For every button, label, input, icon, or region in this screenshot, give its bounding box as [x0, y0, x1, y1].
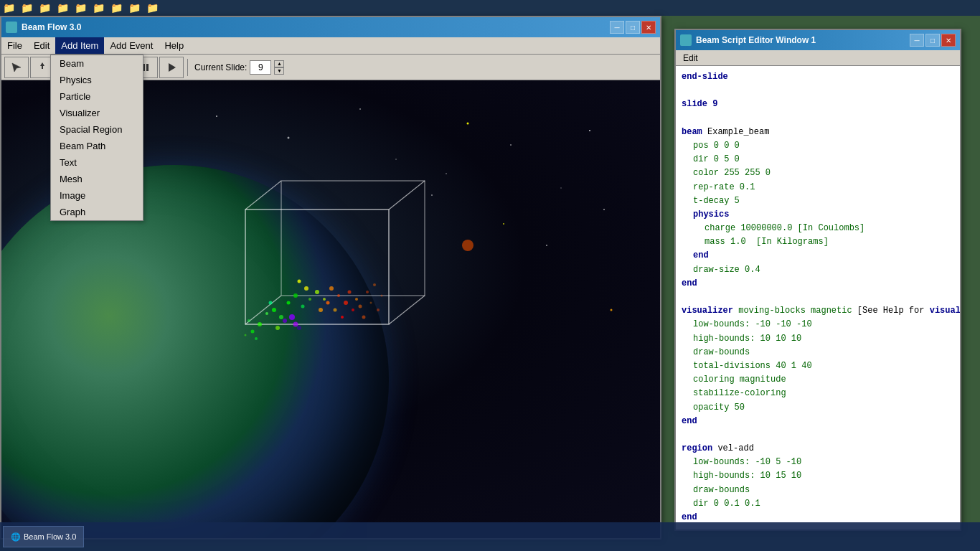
svg-point-65 — [359, 305, 362, 309]
svg-point-61 — [289, 314, 295, 320]
folder-icon-1[interactable]: 📁 — [3, 2, 15, 14]
folder-icon-7[interactable]: 📁 — [110, 2, 123, 14]
svg-point-70 — [370, 302, 372, 304]
code-line-6: pos 0 0 0 — [682, 139, 954, 153]
script-content-area[interactable]: end-slide slide 9 beam Example_beam pos … — [676, 66, 960, 529]
code-line-5: beam Example_beam — [682, 126, 954, 139]
code-line-26: end — [682, 415, 954, 428]
dropdown-item-beam-path[interactable]: Beam Path — [51, 138, 143, 154]
code-line-30: high-bounds: 10 15 10 — [682, 469, 954, 483]
folder-icon-3[interactable]: 📁 — [39, 2, 51, 14]
taskbar-label-beamflow: Beam Flow 3.0 — [24, 532, 76, 541]
folder-icon-4[interactable]: 📁 — [57, 2, 69, 14]
svg-point-43 — [301, 305, 305, 309]
dropdown-item-particle[interactable]: Particle — [51, 88, 143, 105]
main-window: Beam Flow 3.0 ─ □ ✕ File Edit Add Item A… — [0, 16, 661, 540]
svg-point-74 — [248, 319, 250, 322]
code-line-23: coloring magnitude — [682, 373, 954, 387]
close-button[interactable]: ✕ — [641, 21, 656, 34]
svg-point-38 — [272, 308, 276, 312]
svg-point-60 — [352, 309, 354, 311]
code-line-18: visualizer moving-blocks magnetic [See H… — [682, 304, 954, 318]
maximize-button[interactable]: □ — [626, 21, 640, 34]
svg-rect-15 — [146, 64, 149, 71]
code-line-25: opacity 50 — [682, 401, 954, 415]
code-line-19: low-bounds: -10 -10 -10 — [682, 318, 954, 331]
script-title-bar: Beam Script Editor Window 1 ─ □ ✕ — [676, 30, 960, 50]
dropdown-item-visualizer[interactable]: Visualizer — [51, 105, 143, 121]
folder-icon-5[interactable]: 📁 — [75, 2, 87, 14]
code-line-12: charge 10000000.0 [In Coulombs] — [682, 222, 954, 235]
svg-point-53 — [326, 301, 330, 305]
script-app-icon — [680, 34, 692, 46]
taskbar-icon-beamflow: 🌐 — [11, 532, 21, 542]
svg-point-58 — [341, 316, 344, 319]
code-line-8: color 255 255 0 — [682, 166, 954, 180]
slide-down-button[interactable]: ▼ — [274, 67, 284, 75]
svg-point-54 — [337, 294, 340, 297]
menu-add-event[interactable]: Add Event — [104, 37, 159, 54]
menu-help[interactable]: Help — [159, 37, 189, 54]
code-line-11: physics — [682, 208, 954, 222]
svg-point-66 — [355, 298, 358, 301]
svg-point-28 — [560, 187, 562, 189]
code-line-31: draw-bounds — [682, 484, 954, 497]
svg-point-51 — [298, 280, 301, 283]
menu-add-item[interactable]: Add Item — [55, 37, 104, 54]
svg-point-69 — [373, 283, 376, 286]
dropdown-item-mesh[interactable]: Mesh — [51, 171, 143, 187]
folder-icon-8[interactable]: 📁 — [128, 2, 141, 14]
dropdown-item-physics[interactable]: Physics — [51, 72, 143, 88]
menu-file[interactable]: File — [1, 37, 28, 54]
svg-marker-16 — [169, 63, 176, 72]
script-window-title: Beam Script Editor Window 1 — [696, 35, 816, 45]
minimize-button[interactable]: ─ — [610, 21, 624, 34]
cursor-tool-button[interactable] — [4, 57, 29, 78]
svg-point-23 — [216, 116, 217, 117]
script-close-button[interactable]: ✕ — [941, 34, 956, 47]
slide-input[interactable] — [250, 60, 271, 75]
script-editor-window: Beam Script Editor Window 1 ─ □ ✕ Edit e… — [674, 29, 961, 531]
desktop-topbar: 📁 📁 📁 📁 📁 📁 📁 📁 📁 — [0, 0, 980, 16]
svg-point-68 — [362, 316, 366, 319]
menu-edit[interactable]: Edit — [28, 37, 55, 54]
svg-point-52 — [329, 286, 334, 291]
code-line-1: end-slide — [682, 70, 954, 84]
svg-point-18 — [503, 223, 504, 225]
particle-cloud — [217, 224, 403, 367]
dropdown-item-spacial-region[interactable]: Spacial Region — [51, 121, 143, 138]
svg-point-31 — [462, 240, 473, 251]
svg-point-62 — [293, 322, 298, 327]
dropdown-item-image[interactable]: Image — [51, 187, 143, 204]
folder-icon-9[interactable]: 📁 — [146, 2, 159, 14]
title-bar-controls: ─ □ ✕ — [610, 21, 656, 34]
dropdown-item-beam[interactable]: Beam — [51, 55, 143, 72]
svg-point-22 — [288, 137, 290, 139]
main-window-title: Beam Flow 3.0 — [22, 22, 81, 32]
taskbar-item-beamflow[interactable]: 🌐 Beam Flow 3.0 — [3, 526, 84, 547]
code-line-24: stabilize-coloring — [682, 387, 954, 400]
svg-point-72 — [381, 295, 383, 297]
code-line-28: region vel-add — [682, 442, 954, 456]
slide-label: Current Slide: — [194, 62, 247, 72]
svg-point-41 — [265, 312, 268, 315]
svg-point-27 — [510, 144, 512, 146]
folder-icon-6[interactable]: 📁 — [93, 2, 105, 14]
script-minimize-button[interactable]: ─ — [910, 34, 924, 47]
script-maximize-button[interactable]: □ — [925, 34, 940, 47]
folder-icon-2[interactable]: 📁 — [21, 2, 33, 14]
dropdown-item-graph[interactable]: Graph — [51, 204, 143, 220]
svg-point-57 — [344, 301, 348, 305]
dropdown-item-text[interactable]: Text — [51, 154, 143, 171]
script-menu-edit[interactable]: Edit — [679, 50, 702, 65]
play-button[interactable] — [159, 57, 184, 78]
svg-line-35 — [389, 181, 425, 209]
slide-up-button[interactable]: ▲ — [274, 60, 284, 67]
main-title-bar: Beam Flow 3.0 ─ □ ✕ — [1, 17, 660, 37]
code-line-32: dir 0 0.1 0.1 — [682, 497, 954, 511]
app-icon — [6, 22, 17, 33]
code-line-2 — [682, 84, 954, 98]
svg-point-73 — [251, 330, 255, 334]
taskbar: 🌐 Beam Flow 3.0 — [0, 522, 980, 551]
svg-point-17 — [467, 123, 469, 125]
